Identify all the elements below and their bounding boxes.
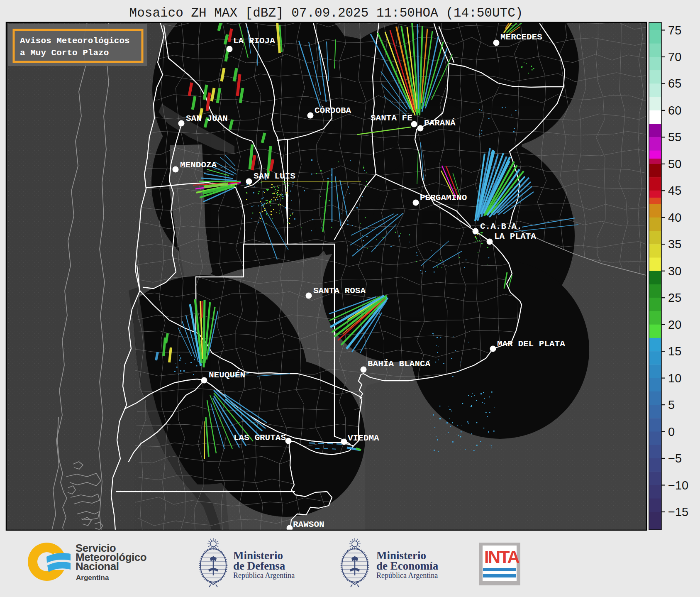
svg-text:−10: −10 <box>668 479 688 492</box>
svg-text:LA PLATA: LA PLATA <box>494 232 536 241</box>
svg-text:10: 10 <box>668 372 681 385</box>
svg-text:5: 5 <box>668 398 675 411</box>
svg-text:PARANÁ: PARANÁ <box>424 118 456 128</box>
svg-text:VIEDMA: VIEDMA <box>348 433 379 443</box>
svg-text:−5: −5 <box>668 452 682 465</box>
svg-text:Nacional: Nacional <box>76 560 119 573</box>
svg-text:15: 15 <box>668 345 681 358</box>
svg-text:de Defensa: de Defensa <box>233 560 285 572</box>
svg-text:0: 0 <box>668 425 675 438</box>
svg-text:25: 25 <box>668 291 681 304</box>
svg-text:40: 40 <box>668 211 681 224</box>
svg-text:MAR DEL PLATA: MAR DEL PLATA <box>497 339 565 349</box>
svg-text:60: 60 <box>668 104 681 117</box>
svg-text:SANTA FE: SANTA FE <box>371 113 412 123</box>
svg-text:C.A.B.A.: C.A.B.A. <box>480 222 522 231</box>
svg-text:MENDOZA: MENDOZA <box>180 160 217 170</box>
svg-text:LAS GRUTAS: LAS GRUTAS <box>234 433 286 443</box>
svg-text:República Argentina: República Argentina <box>376 571 438 580</box>
svg-text:CÓRDOBA: CÓRDOBA <box>315 106 351 115</box>
svg-text:45: 45 <box>668 184 681 197</box>
svg-text:INTA: INTA <box>484 547 520 567</box>
svg-text:PERGAMINO: PERGAMINO <box>420 193 467 203</box>
svg-text:20: 20 <box>668 318 681 331</box>
svg-text:35: 35 <box>668 237 681 251</box>
svg-text:SANTA ROSA: SANTA ROSA <box>313 286 366 296</box>
svg-text:Mosaico ZH MAX [dBZ] 07.09.202: Mosaico ZH MAX [dBZ] 07.09.2025 11:50HOA… <box>129 6 523 20</box>
svg-text:70: 70 <box>668 50 681 64</box>
svg-text:Argentina: Argentina <box>76 574 109 582</box>
svg-text:MERCEDES: MERCEDES <box>500 32 542 42</box>
svg-text:a Muy Corto Plazo: a Muy Corto Plazo <box>20 48 109 58</box>
svg-text:SAN JUAN: SAN JUAN <box>186 114 228 123</box>
svg-text:BAHÍA BLANCA: BAHÍA BLANCA <box>368 359 431 369</box>
svg-text:50: 50 <box>668 157 681 171</box>
svg-text:30: 30 <box>668 264 681 278</box>
svg-text:República Argentina: República Argentina <box>233 571 295 580</box>
svg-text:NEUQUÉN: NEUQUÉN <box>209 370 245 380</box>
svg-text:65: 65 <box>668 77 681 90</box>
svg-text:LA RIOJA: LA RIOJA <box>233 36 275 46</box>
svg-text:−15: −15 <box>668 505 688 519</box>
svg-text:55: 55 <box>668 130 681 144</box>
svg-text:RAWSON: RAWSON <box>293 520 324 529</box>
svg-text:SAN LUIS: SAN LUIS <box>254 171 295 181</box>
svg-text:75: 75 <box>668 24 681 37</box>
svg-text:Avisos Meteorológicos: Avisos Meteorológicos <box>20 36 130 46</box>
svg-text:de Economía: de Economía <box>376 560 439 572</box>
